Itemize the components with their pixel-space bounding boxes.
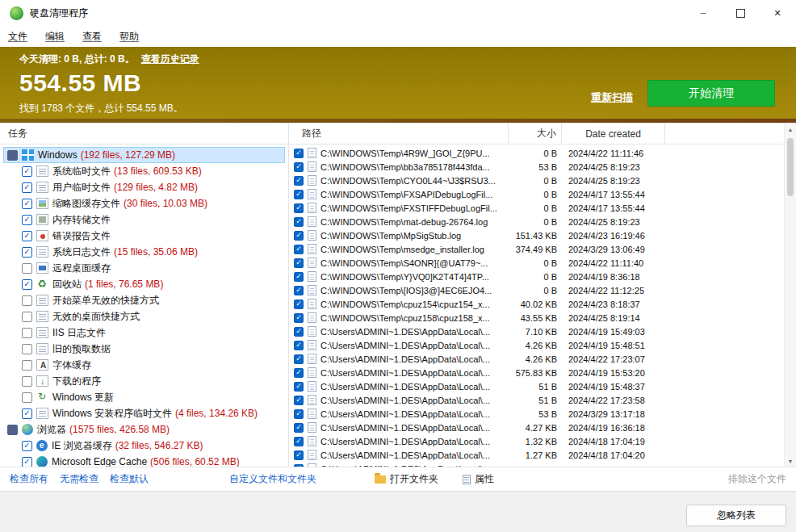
file-row[interactable]: C:\WINDOWS\Temp\Y}VQ0]K2T4T4]4TP...0 B20…	[289, 270, 783, 283]
task-item[interactable]: IIS 日志文件	[3, 325, 285, 341]
file-row[interactable]: C:\Users\ADMINI~1.DES\AppData\Local\...	[289, 462, 783, 467]
file-checkbox[interactable]	[294, 464, 304, 467]
file-checkbox[interactable]	[294, 450, 304, 460]
file-checkbox[interactable]	[294, 327, 304, 337]
scroll-up-icon[interactable]: ▲	[785, 124, 796, 135]
task-item[interactable]: Microsoft Edge Cache(506 files, 60.52 MB…	[3, 454, 285, 467]
file-row[interactable]: C:\WINDOWS\Temp\cpuz154\cpuz154_x...40.0…	[289, 297, 783, 311]
scroll-down-icon[interactable]: ▼	[785, 455, 796, 467]
view-history-link[interactable]: 查看历史记录	[141, 52, 199, 66]
file-checkbox[interactable]	[294, 382, 304, 392]
file-row[interactable]: C:\WINDOWS\Temp\MpSigStub.log151.43 KB20…	[289, 228, 783, 242]
task-item[interactable]: 用户临时文件(129 files, 4.82 MB)	[3, 179, 285, 195]
ignore-list-button[interactable]: 忽略列表	[686, 505, 786, 526]
file-checkbox[interactable]	[294, 258, 304, 268]
custom-files-link[interactable]: 自定义文件和文件夹	[229, 472, 316, 486]
file-row[interactable]: C:\WINDOWS\Temp\mat-debug-26764.log0 B20…	[289, 215, 783, 228]
file-row[interactable]: C:\WINDOWS\Temp\4R9W_]GOI_Z{9PU...0 B202…	[289, 146, 783, 160]
task-checkbox[interactable]	[22, 312, 32, 322]
file-row[interactable]: C:\WINDOWS\Temp\FXSAPIDebugLogFil...0 B2…	[289, 187, 783, 201]
task-checkbox[interactable]	[22, 182, 32, 193]
file-checkbox[interactable]	[294, 176, 304, 186]
maximize-button[interactable]	[722, 0, 759, 26]
file-checkbox[interactable]	[294, 300, 304, 309]
menu-view[interactable]: 查看	[82, 30, 102, 44]
file-checkbox[interactable]	[294, 149, 304, 158]
task-checkbox[interactable]	[22, 263, 32, 274]
task-item[interactable]: 系统临时文件(13 files, 609.53 KB)	[3, 163, 285, 179]
task-item[interactable]: 字体缓存	[3, 357, 285, 373]
file-row[interactable]: C:\Users\ADMINI~1.DES\AppData\Local\...5…	[289, 393, 783, 407]
file-checkbox[interactable]	[294, 313, 304, 323]
file-checkbox[interactable]	[294, 272, 304, 282]
task-checkbox[interactable]	[22, 215, 32, 225]
uncheck-all-link[interactable]: 无需检查	[60, 472, 98, 486]
task-item[interactable]: 系统日志文件(15 files, 35.06 MB)	[3, 244, 285, 260]
file-row[interactable]: C:\WINDOWS\Temp\S4ONR]{@UAT79~...0 B2024…	[289, 256, 783, 270]
task-item[interactable]: Windows 更新	[3, 389, 285, 405]
file-row[interactable]: C:\Users\ADMINI~1.DES\AppData\Local\...4…	[289, 352, 783, 366]
task-checkbox[interactable]	[22, 247, 32, 258]
file-row[interactable]: C:\WINDOWS\Temp\msedge_installer.log374.…	[289, 242, 783, 256]
file-row[interactable]: C:\WINDOWS\Temp\cpuz158\cpuz158_x...43.5…	[289, 311, 783, 325]
task-checkbox[interactable]	[7, 425, 18, 435]
task-item[interactable]: 下载的程序	[3, 373, 285, 389]
file-row[interactable]: C:\Users\ADMINI~1.DES\AppData\Local\...5…	[289, 407, 783, 421]
task-checkbox[interactable]	[22, 166, 32, 177]
file-row[interactable]: C:\Users\ADMINI~1.DES\AppData\Local\...5…	[289, 366, 783, 379]
task-checkbox[interactable]	[22, 199, 32, 209]
task-checkbox[interactable]	[22, 392, 32, 403]
task-item[interactable]: 错误报告文件	[3, 228, 285, 244]
task-checkbox[interactable]	[22, 408, 32, 419]
minimize-button[interactable]	[685, 0, 722, 26]
file-row[interactable]: C:\Users\ADMINI~1.DES\AppData\Local\...7…	[289, 325, 783, 338]
file-checkbox[interactable]	[294, 203, 304, 213]
column-header-path[interactable]: 路径	[289, 124, 509, 144]
file-row[interactable]: C:\Users\ADMINI~1.DES\AppData\Local\...1…	[289, 448, 783, 462]
menu-file[interactable]: 文件	[8, 30, 27, 44]
file-row[interactable]: C:\WINDOWS\Temp\bb3a785178f443fda...53 B…	[289, 160, 783, 174]
open-folder-button[interactable]: 打开文件夹	[375, 472, 438, 486]
file-checkbox[interactable]	[294, 437, 304, 446]
task-checkbox[interactable]	[22, 360, 32, 371]
task-checkbox[interactable]	[22, 279, 32, 290]
check-all-link[interactable]: 检查所有	[10, 472, 48, 486]
task-item[interactable]: 远程桌面缓存	[3, 260, 285, 276]
file-checkbox[interactable]	[294, 423, 304, 433]
file-row[interactable]: C:\Users\ADMINI~1.DES\AppData\Local\...4…	[289, 421, 783, 434]
rescan-link[interactable]: 重新扫描	[591, 90, 633, 105]
task-item[interactable]: 缩略图缓存文件(30 files, 10.03 MB)	[3, 195, 285, 212]
task-checkbox[interactable]	[22, 344, 32, 354]
file-checkbox[interactable]	[294, 190, 304, 199]
file-checkbox[interactable]	[294, 409, 304, 419]
scrollbar-thumb[interactable]	[787, 138, 794, 196]
file-row[interactable]: C:\Users\ADMINI~1.DES\AppData\Local\...5…	[289, 379, 783, 393]
file-checkbox[interactable]	[294, 231, 304, 241]
task-item[interactable]: 旧的预取数据	[3, 341, 285, 357]
file-checkbox[interactable]	[294, 354, 304, 364]
vertical-scrollbar[interactable]: ▲ ▼	[784, 124, 796, 467]
task-checkbox[interactable]	[22, 231, 32, 241]
task-item[interactable]: 无效的桌面快捷方式	[3, 308, 285, 325]
file-row[interactable]: C:\Users\ADMINI~1.DES\AppData\Local\...4…	[289, 338, 783, 352]
start-clean-button[interactable]: 开始清理	[647, 80, 775, 107]
task-item[interactable]: IE 浏览器缓存(32 files, 546.27 KB)	[3, 438, 285, 454]
close-button[interactable]	[759, 0, 796, 26]
task-checkbox[interactable]	[7, 150, 18, 161]
file-checkbox[interactable]	[294, 368, 304, 378]
file-row[interactable]: C:\WINDOWS\Temp\CYO0L44~\J3$RSU3...0 B20…	[289, 174, 783, 187]
file-checkbox[interactable]	[294, 162, 304, 172]
file-row[interactable]: C:\WINDOWS\Temp\[IOS]3@]4EC6EJO4...0 B20…	[289, 283, 783, 297]
task-checkbox[interactable]	[22, 328, 32, 338]
task-checkbox[interactable]	[22, 457, 32, 467]
task-checkbox[interactable]	[22, 376, 32, 387]
exclude-file-button[interactable]: 排除这个文件	[728, 472, 786, 486]
task-item[interactable]: Windows 安装程序临时文件(4 files, 134.26 KB)	[3, 405, 285, 421]
menu-edit[interactable]: 编辑	[45, 30, 65, 44]
file-checkbox[interactable]	[294, 245, 304, 254]
task-item[interactable]: 内存转储文件	[3, 212, 285, 228]
file-checkbox[interactable]	[294, 286, 304, 295]
menu-help[interactable]: 帮助	[119, 30, 139, 44]
file-checkbox[interactable]	[294, 217, 304, 227]
task-checkbox[interactable]	[22, 295, 32, 306]
